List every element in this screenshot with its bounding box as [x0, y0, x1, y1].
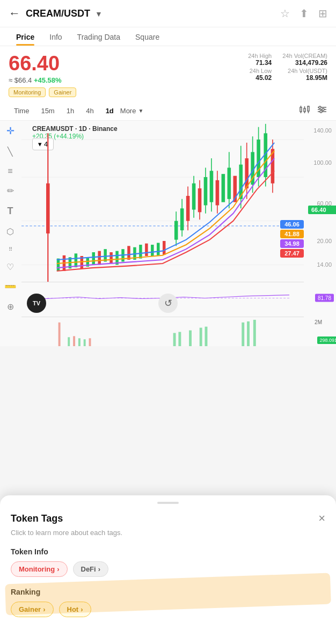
text-icon[interactable]: T — [4, 206, 16, 217]
svg-rect-35 — [127, 246, 130, 260]
svg-rect-85 — [205, 326, 208, 346]
toolbar-4h[interactable]: 4h — [81, 105, 99, 117]
vol-cream-value: 314,479.26 — [295, 59, 327, 67]
token-info-tags: Monitoring › DeFi › — [11, 561, 325, 577]
svg-rect-87 — [247, 321, 250, 346]
defi-chevron-icon: › — [98, 565, 100, 573]
sheet-header: Token Tags × — [11, 513, 325, 524]
toolbar-15m[interactable]: 15m — [35, 105, 60, 117]
stat-vol-usdt: 24h Vol(USDT) 18.95M — [282, 68, 327, 82]
svg-rect-37 — [139, 245, 142, 259]
header-actions: ☆ ⬆ ⊞ — [280, 7, 327, 20]
svg-rect-84 — [200, 327, 202, 346]
sheet-handle — [157, 502, 179, 504]
ma-27: 27.47 — [280, 249, 304, 258]
tab-info[interactable]: Info — [42, 27, 69, 46]
chart-left-toolbar: ✛ ╲ ≡ ✏ T ⬡ ⠿ ♡ 📏 ⊕ — [4, 125, 16, 312]
heart-icon[interactable]: ♡ — [4, 262, 16, 272]
y-label-140: 140.00 — [313, 127, 332, 134]
tag-defi-button[interactable]: DeFi › — [73, 561, 109, 577]
svg-rect-32 — [109, 252, 112, 264]
back-button[interactable]: ← — [9, 6, 20, 20]
crosshair-icon[interactable]: ✛ — [4, 125, 16, 137]
draw-icon[interactable]: ✏ — [4, 186, 16, 196]
star-icon[interactable]: ☆ — [280, 7, 290, 20]
ma-41: 41.88 — [280, 230, 304, 238]
tag-monitoring-button[interactable]: Monitoring › — [11, 561, 68, 577]
svg-rect-75 — [59, 323, 61, 346]
sheet-subtitle: Click to learn more about each tags. — [11, 529, 325, 537]
svg-rect-78 — [78, 338, 81, 346]
section-ranking: Ranking — [11, 588, 325, 596]
sheet-title: Token Tags — [11, 513, 63, 524]
svg-rect-6 — [308, 106, 309, 111]
y-label-100: 100.00 — [313, 159, 332, 166]
tag-gainer-button[interactable]: Gainer › — [11, 602, 54, 617]
more-arrow-icon: ▼ — [138, 108, 143, 114]
chart-area[interactable]: ✛ ╲ ≡ ✏ T ⬡ ⠿ ♡ 📏 ⊕ CREAMUSDT · 1D · Bin… — [0, 121, 336, 346]
svg-rect-40 — [157, 243, 159, 255]
ranking-tags-row: Gainer › Hot › — [11, 602, 325, 617]
monitoring-tag[interactable]: Monitoring — [9, 87, 46, 97]
ruler-icon[interactable]: 📏 — [3, 279, 18, 295]
svg-rect-88 — [253, 320, 256, 346]
svg-rect-26 — [75, 253, 77, 267]
oscillator-value: 81.78 — [315, 294, 334, 302]
tab-price[interactable]: Price — [9, 27, 42, 46]
svg-rect-38 — [145, 243, 148, 255]
price-change: +45.58% — [34, 76, 62, 84]
price-tags: Monitoring Gainer — [9, 87, 227, 97]
ma-34: 34.98 — [280, 239, 304, 248]
y-label-20: 20.00 — [317, 238, 332, 244]
vol-usdt-value: 18.95M — [306, 74, 327, 82]
svg-rect-0 — [300, 107, 302, 112]
svg-rect-76 — [68, 337, 70, 346]
lines-icon[interactable]: ≡ — [4, 166, 16, 176]
tab-square[interactable]: Square — [128, 27, 167, 46]
share-icon[interactable]: ⬆ — [300, 7, 309, 20]
high-value: 71.34 — [255, 59, 272, 67]
toolbar-more-button[interactable]: More ▼ — [120, 107, 144, 115]
svg-rect-86 — [242, 323, 244, 346]
header: ← CREAM/USDT ▼ ☆ ⬆ ⊞ — [0, 0, 336, 27]
toolbar-right-icons — [300, 105, 327, 116]
svg-rect-23 — [57, 258, 60, 270]
title-arrow-icon[interactable]: ▼ — [95, 10, 103, 18]
svg-rect-3 — [304, 108, 305, 112]
settings-icon[interactable] — [317, 105, 327, 116]
gainer-tag[interactable]: Gainer — [49, 87, 76, 97]
svg-rect-30 — [98, 251, 100, 265]
nodes-icon[interactable]: ⬡ — [4, 226, 16, 237]
toolbar-1h[interactable]: 1h — [61, 105, 79, 117]
svg-rect-22 — [46, 183, 50, 233]
volume-area: 2M 298.091K — [21, 317, 304, 346]
sheet-close-button[interactable]: × — [318, 513, 325, 524]
tag-hot-button[interactable]: Hot › — [59, 602, 91, 617]
stat-low: 24h Low 45.02 — [227, 68, 272, 82]
price-usd: ≈ $66.4 +45.58% — [9, 76, 227, 84]
monitoring-chevron-icon: › — [57, 565, 59, 573]
hot-chevron-icon: › — [81, 605, 83, 613]
low-value: 45.02 — [255, 74, 272, 82]
svg-rect-41 — [163, 241, 165, 255]
tabs-bar: Price Info Trading Data Square — [0, 27, 336, 46]
tab-trading-data[interactable]: Trading Data — [70, 27, 128, 46]
dots-icon[interactable]: ⠿ — [4, 246, 16, 252]
toolbar-1d[interactable]: 1d — [100, 105, 119, 117]
volume-value: 298.091K — [317, 336, 336, 344]
zoom-icon[interactable]: ⊕ — [4, 302, 16, 312]
chart-type-icon[interactable] — [300, 105, 310, 116]
volume-label: 2M — [315, 319, 322, 325]
svg-rect-58 — [222, 174, 225, 202]
vol-cream-label: 24h Vol(CREAM) — [282, 53, 327, 59]
svg-point-12 — [319, 106, 321, 108]
line-tool-icon[interactable]: ╲ — [4, 147, 16, 157]
bottom-sheet: Token Tags × Click to learn more about e… — [0, 495, 336, 644]
current-price-badge: 66.40 — [308, 206, 336, 214]
refresh-button[interactable]: ↺ — [158, 294, 178, 313]
token-info-tags-row: Monitoring › DeFi › — [11, 561, 325, 577]
section-token-info: Token Info — [11, 547, 325, 556]
gainer-chevron-icon: › — [43, 605, 45, 613]
grid-icon[interactable]: ⊞ — [318, 7, 327, 20]
toolbar-time-label: Time — [9, 105, 34, 117]
